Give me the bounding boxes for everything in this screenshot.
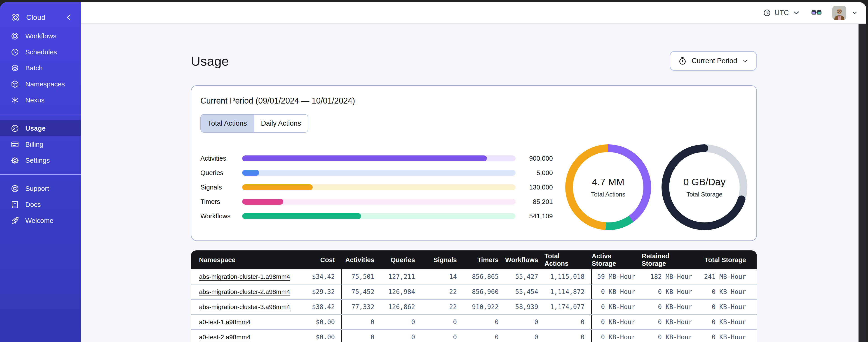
value-cell: 0 KB-Hour: [591, 330, 642, 342]
bar-track: [242, 184, 516, 190]
value-cell: 126,984: [381, 284, 421, 299]
value-cell: 856,865: [463, 269, 505, 284]
sidebar-item-schedules[interactable]: Schedules: [0, 44, 81, 60]
value-cell: 22: [421, 300, 463, 314]
tab-total-actions[interactable]: Total Actions: [201, 114, 254, 132]
period-selector-label: Current Period: [691, 57, 737, 65]
value-cell: 75,501: [341, 269, 381, 284]
value-cell: 0: [421, 330, 463, 342]
sidebar-item-label: Docs: [25, 201, 41, 208]
sidebar-item-nexus[interactable]: Nexus: [0, 92, 81, 108]
timezone-selector[interactable]: UTC: [763, 8, 801, 17]
sidebar-item-support[interactable]: Support: [0, 180, 81, 197]
value-cell: 182 MB-Hour: [642, 269, 699, 284]
sidebar-item-welcome[interactable]: Welcome: [0, 212, 81, 229]
sidebar-item-usage[interactable]: Usage: [0, 120, 81, 136]
value-cell: 0 KB-Hour: [699, 284, 752, 299]
table-row: a0-test-1.a98mm4$0.000000000 KB-Hour0 KB…: [191, 315, 757, 330]
bar-fill: [242, 199, 283, 205]
sidebar-nav: WorkflowsSchedulesBatchNamespacesNexusUs…: [0, 28, 81, 229]
value-cell: 0: [381, 315, 421, 329]
namespace-link[interactable]: abs-migration-cluster-1.a98mm4: [199, 273, 290, 280]
bar-fill: [242, 170, 259, 176]
column-header-queries: Queries: [381, 250, 421, 269]
value-cell: $29.32: [297, 284, 341, 299]
value-cell: 0 KB-Hour: [591, 315, 642, 329]
period-selector-button[interactable]: Current Period: [670, 51, 757, 71]
sidebar-item-label: Usage: [25, 125, 45, 132]
sidebar-divider: [0, 174, 81, 175]
nav-main: WorkflowsSchedulesBatchNamespacesNexus: [0, 28, 81, 108]
usage-donut-charts: 4.7 MMTotal Actions0 GB/DayTotal Storage: [565, 144, 747, 230]
bar-label: Queries: [200, 169, 242, 177]
billing-icon: [10, 140, 20, 149]
bar-limit-value: 5,000: [516, 169, 553, 177]
value-cell: 0 KB-Hour: [642, 315, 699, 329]
value-cell: 0: [381, 330, 421, 342]
usage-summary-card: Current Period (09/01/2024 — 10/01/2024)…: [191, 85, 757, 241]
value-cell: 1,115,018: [545, 269, 591, 284]
sidebar-item-workflows[interactable]: Workflows: [0, 28, 81, 44]
main-area: Usage Current Period Current Period (09/…: [81, 24, 866, 342]
donut-total-actions: 4.7 MMTotal Actions: [565, 144, 651, 230]
value-cell: 0 KB-Hour: [699, 300, 752, 314]
namespace-link[interactable]: a0-test-2.a98mm4: [199, 334, 250, 341]
value-cell: 856,960: [463, 284, 505, 299]
bar-fill: [242, 213, 361, 219]
bar-track: [242, 213, 516, 219]
sidebar-item-label: Schedules: [25, 48, 57, 56]
donut-label: Total Storage: [686, 191, 722, 198]
sidebar-item-label: Batch: [25, 64, 43, 72]
tab-daily-actions[interactable]: Daily Actions: [254, 114, 308, 132]
user-menu[interactable]: [832, 6, 858, 20]
bar-row-timers: Timers85,201: [200, 195, 553, 209]
value-cell: 0 KB-Hour: [642, 284, 699, 299]
welcome-icon: [10, 216, 20, 225]
chevron-down-icon: [742, 58, 748, 64]
scrollbar[interactable]: [859, 24, 866, 342]
namespace-link[interactable]: a0-test-1.a98mm4: [199, 318, 250, 326]
sidebar-item-docs[interactable]: Docs: [0, 197, 81, 212]
column-header-namespace: Namespace: [191, 250, 297, 269]
value-cell: 0 KB-Hour: [642, 300, 699, 314]
value-cell: $38.42: [297, 300, 341, 314]
column-header-total-storage: Total Storage: [699, 250, 752, 269]
value-cell: 22: [421, 284, 463, 299]
bar-label: Timers: [200, 198, 242, 206]
value-cell: 127,211: [381, 269, 421, 284]
appearance-toggle-button[interactable]: [811, 7, 823, 19]
value-cell: 55,427: [505, 269, 545, 284]
clock-icon: [763, 8, 771, 17]
sidebar-item-settings[interactable]: Settings: [0, 152, 81, 168]
value-cell: 1,114,872: [545, 284, 591, 299]
table-row: abs-migration-cluster-3.a98mm4$38.4277,3…: [191, 300, 757, 315]
sidebar-item-label: Workflows: [25, 32, 57, 40]
value-cell: 126,862: [381, 300, 421, 314]
value-cell: 0: [545, 330, 591, 342]
namespace-usage-table: NamespaceCostActivitiesQueriesSignalsTim…: [191, 250, 757, 342]
sidebar-item-namespaces[interactable]: Namespaces: [0, 76, 81, 92]
avatar[interactable]: [832, 6, 846, 20]
sidebar-item-billing[interactable]: Billing: [0, 136, 81, 152]
docs-icon: [10, 200, 20, 209]
value-cell: 0: [545, 315, 591, 329]
bar-row-workflows: Workflows541,109: [200, 209, 553, 223]
sidebar-item-label: Nexus: [25, 96, 44, 104]
stopwatch-icon: [678, 57, 687, 65]
temporal-logo-icon: [10, 12, 21, 23]
workflows-icon: [10, 32, 20, 41]
bar-track: [242, 199, 516, 205]
bar-row-queries: Queries5,000: [200, 166, 553, 180]
namespace-link[interactable]: abs-migration-cluster-3.a98mm4: [199, 303, 290, 311]
value-cell: $34.42: [297, 269, 341, 284]
value-cell: 0: [421, 315, 463, 329]
bar-limit-value: 541,109: [516, 212, 553, 220]
sidebar-collapse-button[interactable]: [64, 12, 74, 23]
namespace-link[interactable]: abs-migration-cluster-2.a98mm4: [199, 288, 290, 296]
value-cell: 0: [463, 330, 505, 342]
actions-tabs: Total ActionsDaily Actions: [200, 114, 308, 133]
timezone-label: UTC: [774, 9, 789, 17]
value-cell: 0: [341, 315, 381, 329]
value-cell: 0 KB-Hour: [591, 300, 642, 314]
sidebar-item-batch[interactable]: Batch: [0, 60, 81, 76]
